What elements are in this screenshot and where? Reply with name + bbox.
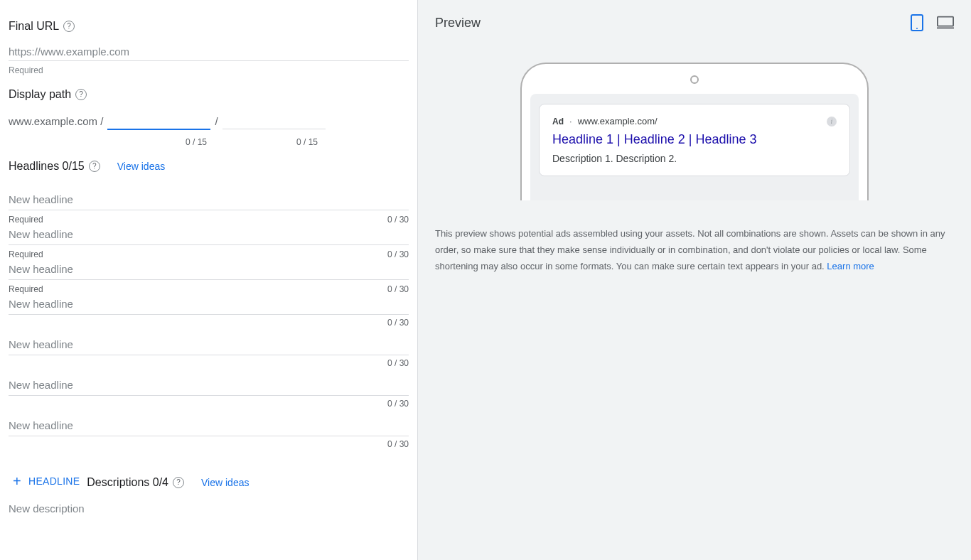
ad-preview-url: www.example.com/ (578, 116, 658, 126)
display-path-counters: 0 / 15 0 / 15 (9, 137, 409, 147)
headline-input-3[interactable] (9, 262, 409, 276)
headlines-label-text: Headlines 0/15 (9, 160, 85, 173)
headlines-view-ideas-link[interactable]: View ideas (117, 161, 165, 172)
final-url-label: Final URL ? (9, 20, 75, 33)
phone-speaker (690, 75, 699, 84)
headline-input-7[interactable] (9, 418, 409, 433)
display-path-label-text: Display path (9, 88, 71, 101)
description-input-1[interactable] (9, 501, 409, 516)
descriptions-view-ideas-link[interactable]: View ideas (201, 477, 249, 488)
display-path-input-2[interactable] (222, 114, 326, 129)
headline-counter-1: 0 / 30 (387, 215, 409, 225)
headline-counter-4: 0 / 30 (9, 318, 409, 328)
learn-more-link[interactable]: Learn more (827, 261, 874, 271)
headline-field-1: Required0 / 30 (9, 185, 409, 225)
path-separator: / (215, 115, 218, 127)
headline-field-7: 0 / 30 (9, 411, 409, 449)
headline-input-2[interactable] (9, 227, 409, 242)
preview-panel: Preview Ad · www.example.com/ i (418, 0, 971, 560)
headline-field-3: Required0 / 30 (9, 262, 409, 294)
headline-field-5: 0 / 30 (9, 330, 409, 368)
headline-input-4[interactable] (9, 296, 409, 311)
description-field-1 (9, 501, 409, 516)
display-path-row: www.example.com / / (9, 114, 409, 130)
headline-required-3: Required (9, 284, 43, 294)
help-icon[interactable]: ? (63, 21, 75, 32)
info-icon[interactable]: i (827, 117, 837, 126)
headline-required-1: Required (9, 215, 43, 225)
ad-preview-card: Ad · www.example.com/ i Headline 1 | Hea… (539, 104, 850, 176)
ad-preview-description: Description 1. Description 2. (552, 153, 837, 164)
headline-field-2: Required0 / 30 (9, 227, 409, 259)
add-headline-label: HEADLINE (28, 475, 80, 487)
headlines-label: Headlines 0/15 ? View ideas (9, 160, 165, 173)
final-url-hint: Required (9, 65, 409, 75)
ad-meta-row: Ad · www.example.com/ i (552, 116, 837, 126)
help-icon[interactable]: ? (173, 477, 184, 488)
headline-input-6[interactable] (9, 377, 409, 392)
headline-required-2: Required (9, 249, 43, 259)
ad-editor-panel: Final URL ? Required Display path ? www.… (0, 0, 418, 560)
plus-icon: + (13, 474, 21, 488)
headline-counter-7: 0 / 30 (9, 439, 409, 449)
svg-point-1 (916, 28, 918, 29)
device-toggle (908, 14, 954, 31)
dot-separator: · (569, 116, 572, 126)
headline-input-5[interactable] (9, 337, 409, 352)
final-url-label-text: Final URL (9, 20, 59, 33)
headline-field-6: 0 / 30 (9, 370, 409, 409)
phone-preview-frame: Ad · www.example.com/ i Headline 1 | Hea… (520, 63, 869, 200)
headline-counter-2: 0 / 30 (387, 249, 409, 259)
svg-rect-2 (938, 17, 953, 26)
display-path-label: Display path ? (9, 88, 87, 101)
descriptions-label-text: Descriptions 0/4 (87, 476, 168, 489)
headline-counter-3: 0 / 30 (387, 284, 409, 294)
add-headline-button[interactable]: + HEADLINE (9, 471, 84, 491)
phone-screen: Ad · www.example.com/ i Headline 1 | Hea… (530, 94, 859, 200)
descriptions-label: Descriptions 0/4 ? View ideas (87, 476, 249, 489)
preview-title: Preview (435, 16, 481, 31)
display-path-counter-1: 0 / 15 (97, 137, 208, 147)
phone-icon[interactable] (908, 14, 926, 31)
preview-header: Preview (435, 14, 954, 31)
display-path-prefix: www.example.com / (9, 115, 103, 127)
preview-explainer: This preview shows potential ads assembl… (435, 226, 954, 274)
headline-input-1[interactable] (9, 192, 409, 207)
headline-counter-5: 0 / 30 (9, 358, 409, 368)
headline-counter-6: 0 / 30 (9, 399, 409, 409)
display-path-counter-2: 0 / 15 (208, 137, 319, 147)
help-icon[interactable]: ? (75, 89, 87, 100)
display-path-input-1[interactable] (107, 114, 210, 130)
help-icon[interactable]: ? (89, 161, 100, 172)
headline-field-4: 0 / 30 (9, 296, 409, 328)
ad-badge: Ad (552, 117, 564, 126)
ad-preview-headline: Headline 1 | Headline 2 | Headline 3 (552, 132, 837, 147)
desktop-icon[interactable] (937, 14, 954, 31)
final-url-input[interactable] (9, 43, 409, 61)
